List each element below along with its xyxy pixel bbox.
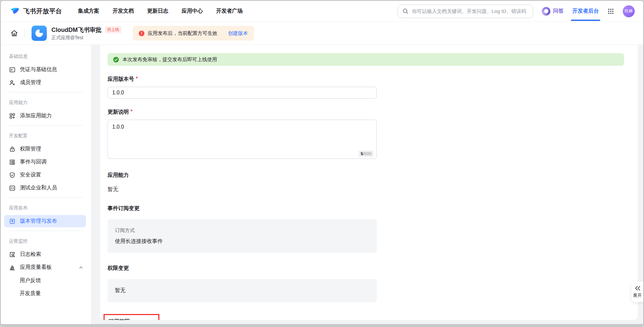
scope-label: 可用范围 <box>109 318 145 320</box>
divider <box>25 29 25 38</box>
nav-link-solutions[interactable]: 集成方案 <box>78 8 99 15</box>
brand-name: 飞书开放平台 <box>23 7 62 16</box>
event-change-label: 事件订阅变更 <box>108 205 624 212</box>
sidebar-item-label: 事件与回调 <box>20 159 46 165</box>
sidebar-subitem-dev-quality[interactable]: 开发质量 <box>1 287 91 300</box>
annotation-box-scope: 可用范围 所有员工 编辑 <box>104 314 159 320</box>
notes-textarea[interactable]: 1.0.0 <box>108 120 377 159</box>
apps-grid-icon[interactable] <box>607 8 614 15</box>
publish-icon <box>9 218 16 225</box>
app-subtitle: 正式应用@Test <box>51 35 121 41</box>
sidebar-item-credentials[interactable]: 凭证与基础信息 <box>4 63 86 76</box>
event-callback-icon <box>9 159 16 165</box>
event-change-box: 订阅方式 使用长连接接收事件 <box>108 219 377 253</box>
permission-change-label: 权限变更 <box>108 265 624 272</box>
nav-link-changelog[interactable]: 更新日志 <box>147 8 168 15</box>
top-navbar: 飞书开放平台 集成方案 开发文档 更新日志 应用中心 开发者广场 问答 开发者后… <box>1 1 643 22</box>
char-counter: 5/500 <box>359 151 373 157</box>
chevron-up-icon[interactable] <box>79 265 83 270</box>
sidebar-divider <box>9 125 83 126</box>
sidebar-item-label: 安全设置 <box>20 171 41 178</box>
lock-icon <box>9 146 16 153</box>
sidebar-divider <box>9 197 83 198</box>
expand-label: 展开 <box>633 292 642 298</box>
create-version-link[interactable]: 创建版本 <box>228 30 248 37</box>
nav-link-app-center[interactable]: 应用中心 <box>182 8 203 15</box>
qa-label: 问答 <box>553 8 564 15</box>
sidebar-item-log-search[interactable]: 日志检索 <box>4 248 86 261</box>
section-title-capabilities: 应用能力 <box>1 96 91 109</box>
version-form-card: 本次发布免审核，提交发布后即可上线使用 应用版本号 * 更新说明 * 1.0.0… <box>100 45 638 320</box>
nav-link-docs[interactable]: 开发文档 <box>113 8 134 15</box>
sidebar: 基础信息 凭证与基础信息 成员管理 应用能力 <box>1 45 92 327</box>
expand-panel-button[interactable]: 展开 <box>631 281 643 302</box>
section-title-monitoring: 运营监控 <box>1 234 91 248</box>
shield-check-icon <box>9 172 16 178</box>
subscription-mode-label: 订阅方式 <box>115 227 369 234</box>
notes-field-label: 更新说明 * <box>108 109 624 116</box>
sidebar-item-label: 日志检索 <box>20 251 41 258</box>
sidebar-subitem-user-feedback[interactable]: 用户反馈 <box>1 274 91 287</box>
banner-text: 本次发布免审核，提交发布后即可上线使用 <box>122 56 217 63</box>
version-field-label: 应用版本号 * <box>108 76 624 83</box>
permission-change-box: 暂无 <box>108 279 377 302</box>
sidebar-item-label: 版本管理与发布 <box>20 218 57 225</box>
notes-textarea-wrap: 1.0.0 5/500 <box>108 120 377 160</box>
nav-links: 集成方案 开发文档 更新日志 应用中心 开发者广场 <box>78 8 243 15</box>
sidebar-item-test-org[interactable]: 测试企业和人员 <box>4 182 86 194</box>
section-title-basic-info: 基础信息 <box>1 50 91 63</box>
no-review-banner: 本次发布免审核，提交发布后即可上线使用 <box>108 53 624 66</box>
section-title-release: 应用发布 <box>1 201 91 214</box>
sidebar-item-label: 添加应用能力 <box>20 112 52 119</box>
home-button[interactable] <box>9 28 20 39</box>
grid-add-icon <box>9 113 16 119</box>
qa-link[interactable]: 问答 <box>542 7 564 16</box>
navbar-right: 问答 开发者后台 吃糖 <box>398 1 635 21</box>
sidebar-item-label: 权限管理 <box>20 146 41 153</box>
id-card-icon <box>9 66 16 73</box>
capability-value: 暂无 <box>108 186 624 193</box>
success-check-icon <box>113 56 119 63</box>
sidebar-item-add-capability[interactable]: 添加应用能力 <box>4 110 86 122</box>
log-search-icon <box>9 251 16 258</box>
sidebar-item-members[interactable]: 成员管理 <box>4 76 86 89</box>
sidebar-divider <box>9 92 83 92</box>
app-name: CloudDM飞书审批 <box>51 26 102 34</box>
sidebar-item-events[interactable]: 事件与回调 <box>4 156 86 168</box>
user-add-icon <box>9 79 16 86</box>
search-input[interactable] <box>398 5 533 18</box>
code-icon <box>9 185 16 191</box>
sidebar-item-security[interactable]: 安全设置 <box>4 169 86 181</box>
search-icon <box>402 8 409 14</box>
version-input[interactable] <box>108 87 377 99</box>
app-icon <box>32 26 47 41</box>
required-asterisk: * <box>136 76 138 83</box>
app-header-bar: CloudDM飞书审批 待上线 正式应用@Test ! 应用发布后，当前配置方可… <box>1 22 643 45</box>
section-title-dev-config: 开发配置 <box>1 129 91 142</box>
developer-console-tab[interactable]: 开发者后台 <box>572 1 599 21</box>
sidebar-divider <box>9 231 83 231</box>
sidebar-item-version-release[interactable]: 版本管理与发布 <box>4 215 86 227</box>
publish-alert-banner: ! 应用发布后，当前配置方可生效 创建版本 <box>133 26 254 41</box>
double-chevron-left-icon <box>634 285 641 291</box>
app-meta: CloudDM飞书审批 待上线 正式应用@Test <box>51 26 121 41</box>
home-icon <box>10 29 19 38</box>
browser-window: 飞书开放平台 集成方案 开发文档 更新日志 应用中心 开发者广场 问答 开发者后… <box>0 0 644 327</box>
permission-change-value: 暂无 <box>115 287 369 294</box>
sidebar-item-quality-dashboard[interactable]: 应用质量看板 <box>4 261 86 273</box>
brand[interactable]: 飞书开放平台 <box>10 6 62 16</box>
capability-label: 应用能力 <box>108 172 624 179</box>
sidebar-item-permissions[interactable]: 权限管理 <box>4 143 86 155</box>
subscription-mode-value: 使用长连接接收事件 <box>115 238 369 245</box>
alert-icon: ! <box>139 31 144 36</box>
required-asterisk: * <box>130 109 132 116</box>
user-avatar[interactable]: 吃糖 <box>623 5 635 17</box>
nav-link-dev-square[interactable]: 开发者广场 <box>216 8 243 15</box>
sidebar-item-label: 凭证与基础信息 <box>20 66 57 73</box>
alert-text: 应用发布后，当前配置方可生效 <box>148 30 217 37</box>
sidebar-item-label: 成员管理 <box>20 79 41 86</box>
search-box <box>398 5 533 18</box>
sidebar-item-label: 应用质量看板 <box>20 264 52 271</box>
sidebar-item-label: 测试企业和人员 <box>20 184 57 191</box>
qa-ring-icon <box>542 7 550 16</box>
